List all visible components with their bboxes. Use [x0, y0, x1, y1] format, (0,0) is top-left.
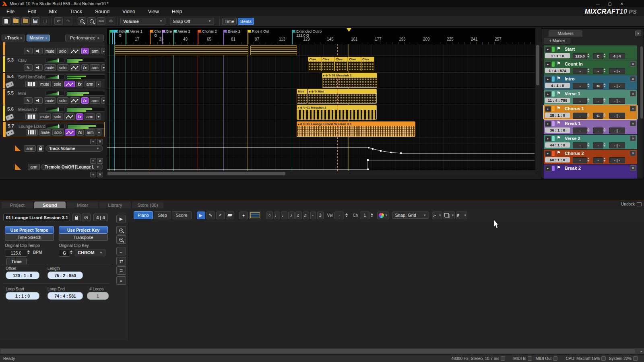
automation-icon[interactable] — [65, 129, 75, 136]
track-menu-chevron-icon[interactable]: ▼ — [101, 48, 105, 54]
marker-key-field[interactable]: - — [593, 142, 603, 148]
clip-mini[interactable]: Mini — [297, 89, 308, 104]
track-menu-chevron-icon[interactable]: ▼ — [97, 129, 101, 136]
zoom-in-button[interactable]: + — [78, 17, 86, 25]
marker-meter-field[interactable]: - | - — [609, 128, 625, 134]
solo-button[interactable]: solo — [57, 97, 68, 104]
track-header-5.6[interactable]: 5.6Messiah 2mutesolofxarm▼ — [3, 105, 105, 121]
marker-meter-field[interactable]: - | - — [609, 83, 625, 89]
track-header-partial[interactable]: ✎mutesolofxarm▼ — [3, 42, 105, 56]
arrange-v-scrollbar[interactable] — [535, 44, 540, 171]
add-marker-button[interactable]: + Marker — [544, 38, 570, 43]
mute-button[interactable]: mute — [39, 81, 51, 87]
marker-key-field[interactable]: - — [593, 157, 603, 163]
marker-expand-icon[interactable]: ▸ — [545, 151, 551, 156]
zoom-out-button[interactable]: − — [87, 17, 96, 25]
speaker-icon[interactable] — [34, 64, 43, 71]
eighth-note-icon[interactable]: ♪ — [288, 212, 295, 219]
draw-tool-icon[interactable]: ✎ — [24, 97, 33, 104]
use-project-key-button[interactable]: Use Project Key — [59, 226, 108, 234]
marker-time-field[interactable]: 28 : 1 : 0 — [545, 113, 570, 118]
automation-icon[interactable] — [64, 113, 75, 120]
marker-time-field[interactable]: 60 : 1 : 0 — [545, 157, 570, 162]
automation-type-dropdown[interactable]: Volume▼ — [120, 18, 165, 25]
marker-expand-icon[interactable]: ▸ — [545, 62, 551, 67]
snap-grid-dropdown[interactable]: Snap: Grid▼ — [392, 212, 429, 219]
track-volume-slider[interactable] — [45, 58, 64, 63]
playback-caret-icon[interactable] — [347, 28, 351, 32]
tab-project[interactable]: Project — [2, 202, 33, 208]
solo-button[interactable]: solo — [57, 48, 68, 54]
marker-key-field[interactable]: G — [593, 83, 603, 89]
marker-entry-start[interactable]: ▸⚑Start1 : 1 : 0125.0C4 | 4 — [544, 45, 637, 60]
menu-file[interactable]: File — [0, 9, 21, 14]
marker-color-swatch[interactable] — [552, 91, 555, 97]
remove-lane-button[interactable]: ✕ — [97, 172, 103, 177]
marker-tempo-field[interactable]: - — [573, 98, 587, 104]
lane-arm-button[interactable]: arm — [28, 164, 40, 170]
marker-meter-field[interactable]: - | - — [609, 68, 625, 74]
key-mode-dropdown[interactable]: CHROM▼ — [75, 249, 105, 256]
remove-lane-button[interactable]: ✕ — [97, 139, 103, 144]
clip-clav[interactable]: Clav — [361, 57, 374, 71]
markers-scrollbar[interactable] — [640, 45, 643, 178]
marker-entry-chorus-2[interactable]: ▸⚑Chorus 2✕60 : 1 : 0--- | - — [544, 150, 637, 164]
marker-expand-icon[interactable]: ▸ — [545, 166, 551, 171]
add-lane-button[interactable]: + — [90, 172, 96, 177]
save-button[interactable] — [31, 17, 39, 25]
marker-expand-icon[interactable]: ▸ — [545, 136, 551, 142]
fx-button[interactable]: fx — [81, 64, 89, 71]
solo-button[interactable]: solo — [52, 81, 63, 87]
arrange-clip-area[interactable]: ClavClavClavClavClav▸ ⊘ ↻01 Messiah 2Min… — [107, 44, 535, 171]
fx-button[interactable]: fx — [76, 113, 83, 120]
sixteenth-note-icon[interactable]: ♬ — [295, 212, 302, 219]
marker-entry-verse-2[interactable]: ▸⚑Verse 2✕44 : 1 : 0--- | - — [544, 135, 637, 149]
loop-end-field[interactable]: 74 : 4 : 581 — [47, 292, 83, 300]
marker-delete-icon[interactable]: ✕ — [630, 61, 636, 67]
marker-tempo-field[interactable]: 125.0 — [573, 53, 587, 59]
note-color-wheel-icon[interactable]: ▼ — [377, 212, 389, 219]
use-project-tempo-button[interactable]: Use Project Tempo — [5, 226, 54, 234]
clip-name-field[interactable]: 01 Lounge Lizard Session 3.1 — [3, 214, 70, 221]
marker-expand-icon[interactable]: ▸ — [545, 121, 551, 127]
marker-key-field[interactable]: - — [593, 128, 603, 134]
redo-button[interactable]: ↷ — [64, 17, 72, 25]
markers-tab[interactable]: Markers — [549, 30, 582, 37]
split-view-button[interactable]: ≣ — [116, 266, 126, 275]
marker-color-swatch[interactable] — [552, 166, 555, 171]
offset-field[interactable]: 120 : 1 : 0 — [6, 272, 39, 279]
draw-tool-icon[interactable]: ✎ — [24, 48, 33, 54]
arm-button[interactable]: arm — [85, 81, 95, 87]
orig-key-value[interactable]: G — [59, 249, 70, 257]
collapse-panel-button[interactable]: « — [116, 276, 126, 285]
thirtysecond-note-icon[interactable]: ♬ — [303, 212, 309, 219]
mute-button[interactable]: mute — [39, 113, 51, 120]
triplet-button[interactable]: 3 — [317, 212, 324, 219]
note-draw-toggle[interactable]: ● — [239, 212, 248, 219]
track-header-5.5[interactable]: 5.5Mini✎mutesolofxarm▼ — [3, 89, 105, 105]
solo-button[interactable]: solo — [52, 113, 63, 120]
add-lane-button[interactable]: + — [90, 139, 96, 144]
marker-meter-field[interactable]: - | - — [609, 157, 625, 163]
mute-button[interactable]: mute — [44, 48, 56, 54]
speaker-icon[interactable] — [34, 48, 43, 54]
editor-tab-score[interactable]: Score — [172, 211, 192, 219]
marker-entry-chorus-1[interactable]: ▸⚑Chorus 1✕28 : 1 : 0-G- | - — [544, 105, 637, 119]
menu-mix[interactable]: Mix — [43, 9, 63, 14]
automation-icon[interactable] — [70, 64, 80, 71]
dotted-note-button[interactable]: · — [310, 212, 316, 219]
menu-edit[interactable]: Edit — [21, 9, 43, 14]
marker-time-field[interactable]: 1 : 1 : 0 — [545, 53, 570, 58]
orig-tempo-value[interactable]: 125.0 — [5, 249, 27, 257]
marker-meter-field[interactable]: - | - — [609, 113, 625, 119]
marker-delete-icon[interactable]: ✕ — [630, 106, 636, 111]
import-button[interactable] — [21, 17, 30, 25]
track-volume-slider[interactable] — [45, 107, 64, 112]
track-volume-slider[interactable] — [45, 74, 64, 79]
fx-button[interactable]: fx — [76, 81, 83, 87]
performance-panel-button[interactable]: Performance≡ — [65, 35, 104, 41]
marker-color-swatch[interactable] — [552, 136, 555, 141]
track-volume-slider[interactable] — [45, 91, 64, 96]
clip-clav[interactable]: Clav — [348, 57, 361, 71]
settings-gear-icon[interactable]: ✻ — [107, 17, 115, 25]
